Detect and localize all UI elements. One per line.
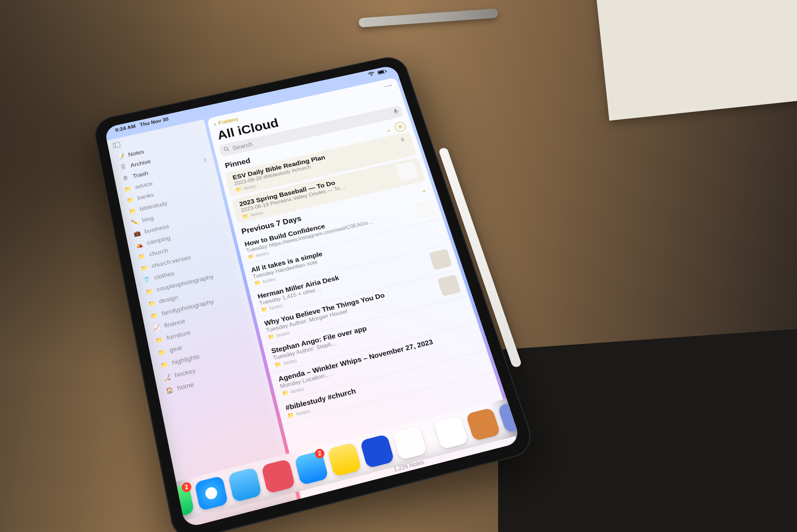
dock-app-files[interactable] <box>392 426 427 460</box>
folder-icon: 📁 <box>147 299 156 307</box>
dock-badge: 2 <box>314 448 325 460</box>
shirt-icon: 👕 <box>142 276 151 284</box>
sidebar-item-label: clothes <box>153 270 175 281</box>
sidebar-item-label: hockey <box>174 367 196 379</box>
home-icon: 🏠 <box>165 386 174 395</box>
dock-app-app-misc-a[interactable] <box>466 407 501 441</box>
folder-icon: 📁 <box>137 252 146 260</box>
collapse-recent-icon[interactable]: ⌄ <box>420 186 428 194</box>
folder-icon: 📁 <box>242 213 249 220</box>
sidebar-item-label: banks <box>137 191 154 201</box>
folder-icon: 📁 <box>126 196 134 204</box>
dock-app-craft[interactable] <box>433 415 469 449</box>
folder-icon: 📁 <box>157 348 166 357</box>
svg-rect-10 <box>394 109 397 112</box>
folder-icon: 📁 <box>124 185 132 193</box>
wifi-icon <box>367 71 376 78</box>
dock-app-telegram[interactable]: 2 <box>294 451 329 486</box>
folder-icon: 📁 <box>128 207 136 215</box>
svg-line-9 <box>227 149 229 151</box>
dictation-icon[interactable] <box>393 108 399 116</box>
folder-icon: 📁 <box>267 333 275 340</box>
dock-app-mail[interactable] <box>228 467 262 502</box>
svg-point-8 <box>224 147 228 151</box>
puck-icon: 🏒 <box>163 373 171 382</box>
trash-icon: 🗑 <box>121 174 130 182</box>
svg-rect-3 <box>113 142 120 148</box>
sidebar-item-label: gear <box>169 344 183 354</box>
archive-icon: 🗄 <box>119 164 128 171</box>
sidebar-item-label: design <box>158 294 179 305</box>
back-chevron-icon[interactable]: ‹ <box>213 121 216 127</box>
search-placeholder: Search <box>232 141 253 151</box>
dock-app-things[interactable] <box>327 442 362 477</box>
tent-icon: ⛺ <box>135 241 144 249</box>
svg-line-4 <box>115 143 116 148</box>
dock-app-drafts[interactable] <box>261 459 296 494</box>
sidebar-item-label: Notes <box>128 149 145 158</box>
chart-icon: 📈 <box>152 323 161 332</box>
folder-icon: 📁 <box>254 279 261 286</box>
folder-icon: 📁 <box>281 389 289 397</box>
briefcase-icon: 💼 <box>133 229 141 238</box>
folder-icon: 📁 <box>160 360 169 369</box>
pencil-icon: ✏️ <box>131 218 139 226</box>
view-options-icon[interactable]: ≡ <box>394 121 407 133</box>
sidebar-item-label: church <box>149 247 169 258</box>
folder-icon: 📁 <box>235 186 242 193</box>
sidebar-item-label: advice <box>134 180 153 191</box>
sidebar-item-label: Trash <box>132 170 149 180</box>
paper-notebook-prop <box>595 0 797 120</box>
folder-icon: 📁 <box>274 361 282 368</box>
folder-icon: 📁 <box>247 253 255 260</box>
folder-icon: 📁 <box>260 306 268 313</box>
svg-rect-2 <box>385 70 387 72</box>
collapse-pinned-icon[interactable]: ⌄ <box>384 126 392 133</box>
dock-app-1password[interactable] <box>360 434 395 469</box>
dock-separator <box>427 427 434 449</box>
search-icon <box>223 146 230 154</box>
folder-icon: 📁 <box>145 287 153 296</box>
dock-badge: 2 <box>181 481 192 493</box>
sidebar-item-count: 3 <box>203 157 207 163</box>
folder-icon: 📁 <box>287 411 295 419</box>
folder-icon: 📁 <box>140 264 149 272</box>
sidebar-item-label: blog <box>141 214 154 224</box>
note-icon: 📝 <box>117 153 125 160</box>
sidebar-item-label: home <box>177 381 195 392</box>
dock-app-safari[interactable] <box>194 476 228 511</box>
dock-app-app-misc-b[interactable] <box>497 399 521 433</box>
folder-icon: 📁 <box>155 336 164 344</box>
more-options-icon[interactable]: ••• <box>384 82 394 90</box>
battery-icon <box>377 69 387 76</box>
folder-icon: 📁 <box>149 311 158 320</box>
sidebar-toggle-icon[interactable] <box>113 142 121 150</box>
